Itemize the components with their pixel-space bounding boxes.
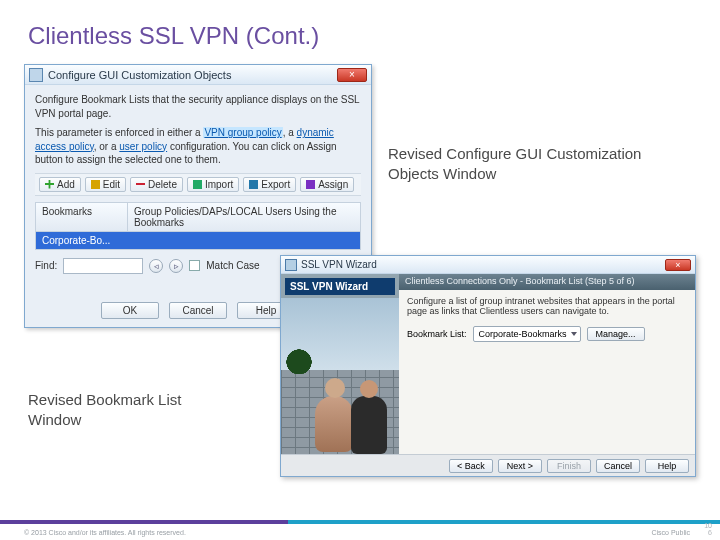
wizard-sidebar-label: SSL VPN Wizard (285, 278, 395, 295)
manage-button[interactable]: Manage... (587, 327, 645, 341)
close-button[interactable]: × (665, 259, 691, 271)
wizard-description: Configure a list of group intranet websi… (399, 290, 695, 322)
plus-icon (45, 180, 54, 189)
back-button[interactable]: < Back (449, 459, 493, 473)
caption-config-window: Revised Configure GUI Customization Obje… (388, 144, 668, 185)
link-user-policy[interactable]: user policy (119, 141, 167, 152)
delete-button[interactable]: Delete (130, 177, 183, 192)
find-prev-button[interactable]: ◃ (149, 259, 163, 273)
dialog2-title: SSL VPN Wizard (301, 259, 665, 270)
dialog1-toolbar: Add Edit Delete Import Export Assign (35, 173, 361, 196)
add-button[interactable]: Add (39, 177, 81, 192)
cell-bookmark-name: Corporate-Bo... (36, 232, 128, 249)
dialog1-description-2: This parameter is enforced in either a V… (35, 126, 361, 167)
caption-bookmark-window: Revised Bookmark List Window (28, 390, 228, 431)
dialog2-titlebar[interactable]: SSL VPN Wizard × (281, 256, 695, 274)
find-label: Find: (35, 260, 57, 271)
match-case-checkbox[interactable] (189, 260, 200, 271)
dialog2-app-icon (285, 259, 297, 271)
copyright-text: © 2013 Cisco and/or its affiliates. All … (24, 529, 186, 536)
col-bookmarks[interactable]: Bookmarks (36, 203, 128, 231)
wizard-sidebar: SSL VPN Wizard (281, 274, 399, 458)
find-next-button[interactable]: ▹ (169, 259, 183, 273)
help-button[interactable]: Help (645, 459, 689, 473)
table-row[interactable]: Corporate-Bo... (35, 232, 361, 250)
cancel-button[interactable]: Cancel (169, 302, 227, 319)
pencil-icon (91, 180, 100, 189)
dialog1-titlebar[interactable]: Configure GUI Customization Objects × (25, 65, 371, 85)
sidebar-illustration (281, 274, 399, 458)
assign-icon (306, 180, 315, 189)
wizard-footer: < Back Next > Finish Cancel Help (281, 454, 695, 476)
ssl-vpn-wizard-dialog: SSL VPN Wizard × SSL VPN Wizard Clientle… (280, 255, 696, 477)
bookmark-list-label: Bookmark List: (407, 329, 467, 339)
import-icon (193, 180, 202, 189)
wizard-step-header: Clientless Connections Only - Bookmark L… (399, 274, 695, 290)
export-button[interactable]: Export (243, 177, 296, 192)
match-case-label: Match Case (206, 260, 259, 271)
wizard-main-pane: Clientless Connections Only - Bookmark L… (399, 274, 695, 458)
dialog1-description-1: Configure Bookmark Lists that the securi… (35, 93, 361, 120)
dialog1-app-icon (29, 68, 43, 82)
table-header: Bookmarks Group Policies/DAPs/LOCAL User… (35, 202, 361, 232)
close-button[interactable]: × (337, 68, 367, 82)
page-number: 106 (704, 522, 712, 536)
assign-button[interactable]: Assign (300, 177, 354, 192)
col-groups[interactable]: Group Policies/DAPs/LOCAL Users Using th… (128, 203, 360, 231)
find-input[interactable] (63, 258, 143, 274)
edit-button[interactable]: Edit (85, 177, 126, 192)
dialog1-title: Configure GUI Customization Objects (48, 69, 337, 81)
chevron-down-icon (571, 332, 577, 336)
footer-accent-bar (0, 520, 720, 524)
finish-button: Finish (547, 459, 591, 473)
trash-icon (136, 180, 145, 189)
ok-button[interactable]: OK (101, 302, 159, 319)
import-button[interactable]: Import (187, 177, 239, 192)
export-icon (249, 180, 258, 189)
next-button[interactable]: Next > (498, 459, 542, 473)
slide-title: Clientless SSL VPN (Cont.) (28, 22, 319, 50)
cisco-public-text: Cisco Public (651, 529, 690, 536)
link-vpn-group-policy[interactable]: VPN group policy (203, 127, 282, 138)
cancel-button[interactable]: Cancel (596, 459, 640, 473)
bookmark-list-dropdown[interactable]: Corporate-Bookmarks (473, 326, 581, 342)
